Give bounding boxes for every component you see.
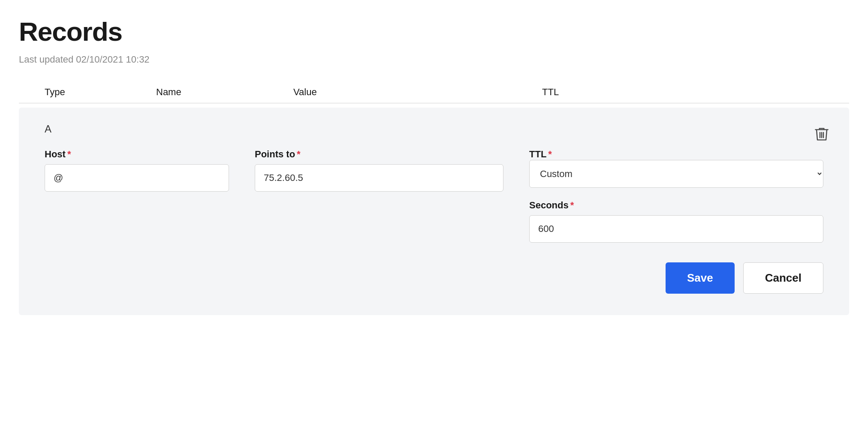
ttl-section: TTL * Custom Auto 1 min 5 min 30 min 1 h… — [529, 149, 823, 243]
column-header-type: Type — [45, 87, 156, 98]
last-updated-text: Last updated 02/10/2021 10:32 — [19, 54, 849, 65]
seconds-field-group: Seconds * — [529, 200, 823, 243]
column-header-ttl: TTL — [542, 87, 849, 98]
host-label: Host * — [45, 149, 229, 160]
ttl-select[interactable]: Custom Auto 1 min 5 min 30 min 1 hour 12… — [529, 160, 823, 188]
host-field-group: Host * — [45, 149, 229, 192]
record-type-label: A — [45, 123, 823, 135]
table-header: Type Name Value TTL — [19, 82, 849, 103]
seconds-label: Seconds * — [529, 200, 823, 211]
seconds-required-indicator: * — [570, 200, 574, 211]
points-to-label: Points to * — [255, 149, 503, 160]
fields-row: Host * Points to * TTL * Custom Aut — [45, 149, 823, 294]
trash-icon — [815, 126, 829, 145]
save-button[interactable]: Save — [666, 262, 735, 294]
column-header-name: Name — [156, 87, 293, 98]
host-input[interactable] — [45, 164, 229, 192]
ttl-label: TTL * — [529, 149, 823, 160]
column-header-value: Value — [293, 87, 542, 98]
seconds-input[interactable] — [529, 215, 823, 243]
host-required-indicator: * — [67, 149, 71, 160]
record-row: A Host * Points to * TTL * — [19, 108, 849, 315]
points-to-field-group: Points to * — [255, 149, 503, 192]
delete-record-button[interactable] — [811, 123, 832, 148]
page-title: Records — [19, 17, 849, 46]
cancel-button[interactable]: Cancel — [743, 262, 823, 294]
action-buttons: Save Cancel — [529, 262, 823, 294]
points-to-required-indicator: * — [297, 149, 301, 160]
ttl-field-group: TTL * Custom Auto 1 min 5 min 30 min 1 h… — [529, 149, 823, 294]
points-to-input[interactable] — [255, 164, 503, 192]
ttl-required-indicator: * — [548, 149, 552, 160]
